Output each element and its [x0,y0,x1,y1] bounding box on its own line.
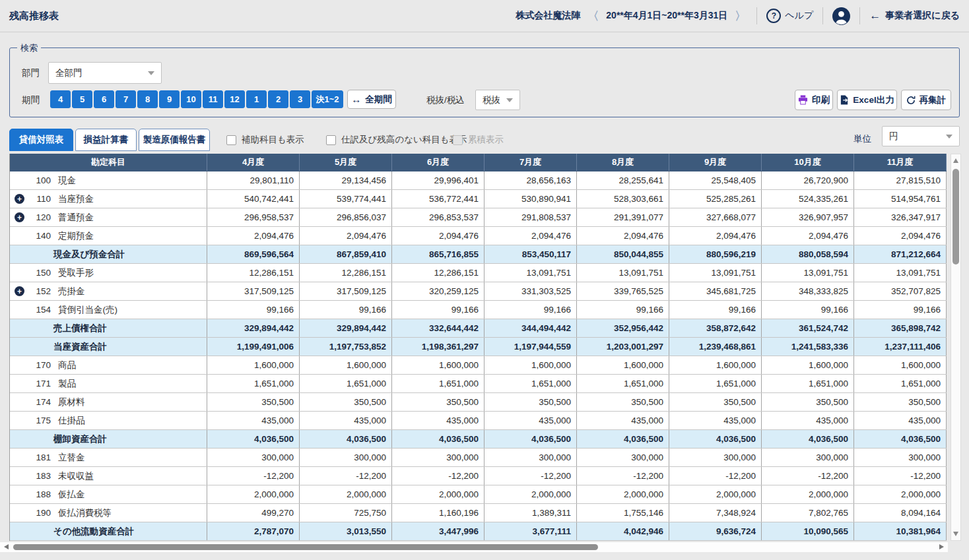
value-cell: 3,447,996 [392,522,484,540]
table-row[interactable]: 175仕掛品435,000435,000435,000435,000435,00… [10,412,947,430]
tab-損益計算書[interactable]: 損益計算書 [75,129,137,151]
table-row[interactable]: +152売掛金317,509,125317,509,125320,259,125… [10,282,947,301]
value-cell: 1,651,000 [207,375,300,392]
period-button-9[interactable]: 9 [159,90,180,108]
department-select[interactable]: 全部門 [48,62,162,84]
vertical-scrollbar-thumb[interactable] [952,169,959,264]
table-row[interactable]: 150受取手形12,286,15112,286,15112,286,15113,… [10,264,947,282]
value-cell: 850,044,855 [577,245,669,263]
value-cell: 26,720,900 [762,171,854,189]
checkbox-box-icon[interactable] [326,135,336,145]
period-button-決1~2[interactable]: 決1~2 [312,90,343,108]
tax-select[interactable]: 税抜 [475,90,520,110]
user-avatar-icon[interactable] [832,7,850,25]
table-row[interactable]: 140定期預金2,094,4762,094,4762,094,4762,094,… [10,227,947,245]
value-cell: 350,500 [762,393,854,411]
table-row[interactable]: 171製品1,651,0001,651,0001,651,0001,651,00… [10,375,947,393]
question-icon: ? [766,9,781,23]
value-cell: 12,286,151 [392,264,484,282]
period-button-12[interactable]: 12 [224,90,245,108]
account-name: 未収収益 [58,470,94,482]
value-cell: 326,907,957 [762,208,854,226]
checkbox-label: 補助科目も表示 [242,134,304,146]
help-button[interactable]: ? ヘルプ [766,9,813,23]
month-column-header: 9月度 [669,154,762,171]
checkbox-仕訳及び残高のない科目も表示[interactable]: 仕訳及び残高のない科目も表示 [326,134,467,146]
scroll-down-icon[interactable] [953,532,958,536]
expand-plus-icon[interactable]: + [15,212,24,222]
value-cell: 1,600,000 [484,356,577,374]
expand-plus-icon[interactable]: + [15,194,24,204]
table-row[interactable]: 100現金29,801,11029,134,45629,996,40128,65… [10,171,947,190]
value-cell: 13,091,751 [669,264,762,282]
horizontal-scrollbar-thumb[interactable] [13,544,598,550]
value-cell: 2,094,476 [762,227,854,245]
unit-select[interactable]: 円 [882,126,960,146]
scroll-left-icon[interactable] [4,544,9,549]
period-button-1[interactable]: 1 [246,90,267,108]
value-cell: 326,347,917 [854,208,947,226]
table-row[interactable]: 188仮払金2,000,0002,000,0002,000,0002,000,0… [10,485,947,504]
period-button-10[interactable]: 10 [181,90,201,108]
account-name-cell: 181立替金 [10,449,207,466]
period-button-2[interactable]: 2 [268,90,288,108]
company-name: 株式会社魔法陣 [516,10,580,22]
period-button-7[interactable]: 7 [116,90,136,108]
checkbox-box-icon[interactable] [226,135,236,145]
period-button-8[interactable]: 8 [137,90,158,108]
help-label: ヘルプ [785,10,813,22]
print-button[interactable]: 印刷 [795,90,833,110]
value-cell: 2,787,070 [207,522,300,540]
table-row[interactable]: +110当座預金540,742,441539,774,441536,772,44… [10,190,947,208]
table-row[interactable]: 183未収収益-12,200-12,200-12,200-12,200-12,2… [10,467,947,485]
excel-export-button[interactable]: Excel出力 [837,90,897,110]
period-button-4[interactable]: 4 [50,90,71,108]
value-cell: 1,651,000 [484,375,577,392]
value-cell: 4,036,500 [484,430,577,448]
value-cell: 2,000,000 [577,485,669,503]
balance-table: 勘定科目4月度5月度6月度7月度8月度9月度10月度11月度100現金29,80… [9,154,947,541]
all-period-button[interactable]: ↔ 全期間 [347,90,396,109]
period-button-3[interactable]: 3 [290,90,310,108]
value-cell: 865,716,855 [392,245,484,263]
period-button-6[interactable]: 6 [94,90,114,108]
fiscal-period-range: 20**年4月1日~20**年3月31日 [606,10,727,22]
value-cell: 1,198,361,297 [392,338,484,356]
value-cell: 99,166 [207,301,300,319]
scroll-right-icon[interactable] [939,544,944,549]
scroll-up-icon[interactable] [953,158,958,163]
period-button-5[interactable]: 5 [72,90,92,108]
back-to-business-select-button[interactable]: ← 事業者選択に戻る [869,9,960,22]
horizontal-scrollbar[interactable] [0,542,948,552]
prev-period-icon[interactable]: 〈 [586,9,600,24]
value-cell: 530,890,941 [484,190,577,208]
account-name-cell: 150受取手形 [10,264,207,282]
account-name-cell: 棚卸資産合計 [10,430,207,448]
value-cell: 291,808,537 [484,208,577,226]
left-right-arrow-icon: ↔ [351,94,361,105]
next-period-icon[interactable]: 〉 [733,9,747,24]
value-cell: 300,000 [854,449,947,466]
expand-plus-icon[interactable]: + [15,286,24,296]
recalculate-button[interactable]: 再集計 [901,90,951,110]
value-cell: 540,742,441 [207,190,300,208]
tab-貸借対照表[interactable]: 貸借対照表 [9,129,73,151]
vertical-scrollbar[interactable] [951,154,961,541]
table-row[interactable]: 174原材料350,500350,500350,500350,500350,50… [10,393,947,412]
table-row[interactable]: 170商品1,600,0001,600,0001,600,0001,600,00… [10,356,947,375]
table-row[interactable]: 181立替金300,000300,000300,000300,000300,00… [10,449,947,467]
tab-製造原価報告書[interactable]: 製造原価報告書 [139,129,210,151]
value-cell: 2,000,000 [300,485,392,503]
table-row[interactable]: +120普通預金296,958,537296,856,037296,853,53… [10,208,947,227]
value-cell: 1,239,468,861 [669,338,762,356]
table-row[interactable]: 154貸倒引当金(売)99,16699,16699,16699,16699,16… [10,301,947,319]
value-cell: 525,285,261 [669,190,762,208]
back-arrow-icon: ← [869,9,881,22]
period-button-11[interactable]: 11 [203,90,223,108]
value-cell: 317,509,125 [300,282,392,300]
value-cell: 528,303,661 [577,190,669,208]
checkbox-補助科目も表示[interactable]: 補助科目も表示 [226,134,304,146]
value-cell: 435,000 [484,412,577,429]
table-row[interactable]: 190仮払消費税等499,270725,7501,160,1961,389,31… [10,504,947,522]
month-column-header: 11月度 [854,154,947,171]
